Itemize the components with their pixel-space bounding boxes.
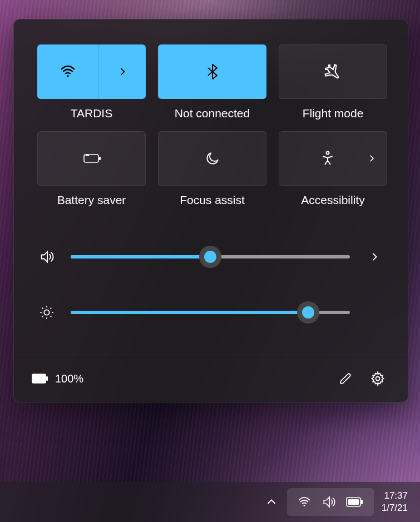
accessibility-label: Accessibility [301, 193, 364, 207]
bluetooth-tile[interactable] [158, 44, 266, 99]
quick-action-tiles: TARDIS Not connected Flight mode [37, 44, 384, 207]
accessibility-tile[interactable] [279, 131, 387, 186]
svg-point-0 [67, 75, 68, 77]
volume-slider[interactable] [71, 246, 350, 268]
accessibility-icon [319, 150, 336, 167]
system-tray[interactable] [287, 488, 374, 516]
battery-saver-tile[interactable] [37, 131, 146, 186]
battery-icon [32, 374, 48, 384]
bluetooth-label: Not connected [175, 107, 250, 120]
settings-button[interactable] [365, 366, 390, 391]
volume-icon [322, 495, 336, 509]
svg-point-7 [376, 377, 380, 381]
quick-settings-footer: 100% [14, 355, 408, 402]
flight-mode-label: Flight mode [303, 107, 364, 120]
brightness-icon [38, 305, 55, 320]
chevron-right-icon [117, 66, 128, 77]
battery-percentage: 100% [55, 372, 83, 385]
wifi-icon [59, 63, 77, 81]
taskbar-date: 1/7/21 [382, 502, 408, 514]
quick-settings-panel: TARDIS Not connected Flight mode [13, 19, 408, 402]
svg-rect-2 [99, 157, 101, 160]
wifi-expand-button[interactable] [98, 44, 146, 99]
wifi-label: TARDIS [71, 107, 112, 120]
volume-slider-row [38, 246, 383, 268]
flight-mode-tile[interactable] [279, 44, 387, 99]
svg-rect-10 [348, 499, 359, 505]
chevron-up-icon [265, 496, 278, 508]
svg-rect-5 [32, 374, 46, 383]
accessibility-expand-button[interactable] [367, 153, 377, 163]
brightness-slider-row [38, 301, 383, 324]
volume-icon [38, 249, 55, 265]
tray-overflow-button[interactable] [260, 489, 283, 515]
brightness-slider[interactable] [71, 301, 350, 324]
focus-assist-tile[interactable] [158, 131, 266, 186]
wifi-toggle[interactable] [37, 44, 98, 99]
svg-point-4 [44, 310, 49, 315]
svg-rect-11 [361, 500, 363, 504]
edit-button[interactable] [333, 366, 358, 391]
battery-saver-label: Battery saver [57, 193, 126, 207]
wifi-icon [297, 495, 312, 509]
wifi-tile[interactable] [37, 44, 146, 99]
volume-output-button[interactable] [365, 251, 383, 263]
svg-point-3 [326, 152, 329, 155]
chevron-right-icon [367, 153, 377, 163]
gear-icon [370, 371, 386, 386]
battery-icon [346, 496, 364, 508]
focus-assist-label: Focus assist [180, 193, 245, 207]
svg-rect-6 [46, 376, 48, 381]
chevron-right-icon [368, 251, 381, 263]
taskbar: 17:37 1/7/21 [0, 482, 420, 522]
taskbar-time: 17:37 [382, 490, 408, 502]
taskbar-clock[interactable]: 17:37 1/7/21 [378, 490, 411, 514]
bluetooth-icon [204, 62, 221, 82]
airplane-icon [324, 62, 343, 81]
battery-saver-icon [81, 150, 103, 167]
svg-point-8 [303, 505, 305, 506]
battery-status[interactable]: 100% [32, 372, 83, 385]
moon-icon [204, 150, 221, 167]
pencil-icon [338, 371, 353, 386]
